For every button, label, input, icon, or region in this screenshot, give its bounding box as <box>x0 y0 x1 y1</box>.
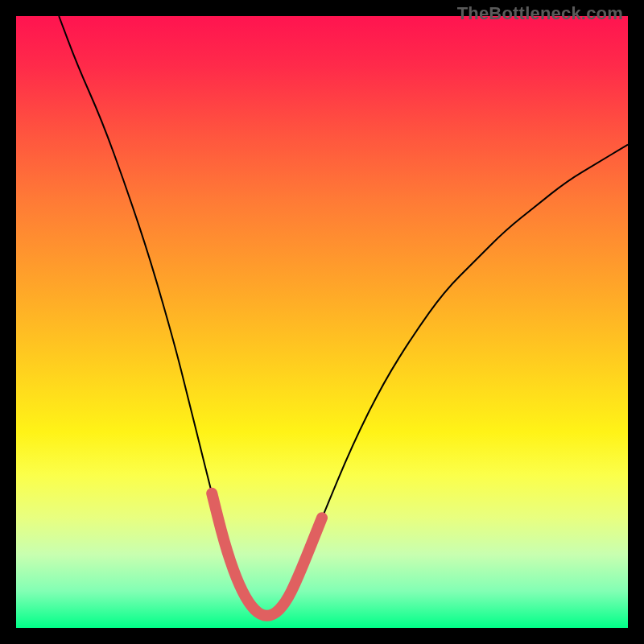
bottleneck-valley-highlight <box>212 493 322 616</box>
plot-area <box>16 16 628 628</box>
curve-svg <box>16 16 628 628</box>
chart-frame: TheBottleneck.com <box>0 0 644 644</box>
bottleneck-curve <box>59 16 628 616</box>
watermark-text: TheBottleneck.com <box>457 3 623 24</box>
